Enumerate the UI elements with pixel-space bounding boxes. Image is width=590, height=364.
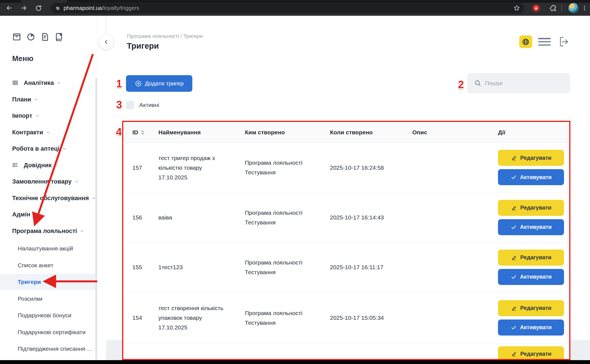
book-icon[interactable] — [54, 32, 64, 41]
back-button[interactable] — [4, 3, 14, 13]
reference-list-icon — [12, 162, 18, 168]
table-row-155: 1551тест123Програма лояльності Тестуванн… — [123, 242, 569, 292]
sidebar-subitem-6[interactable]: Підтвердження списання бону… — [0, 341, 97, 357]
sidebar-collapse-button[interactable] — [99, 35, 113, 49]
annotation-number-2: 2 — [458, 79, 464, 91]
sidebar: Меню АналітикаПланиІмпортКонтрактиРобота… — [0, 16, 97, 364]
edit-button-label: Редагувати — [520, 351, 551, 357]
edit-pencil-icon — [511, 205, 517, 211]
sidebar-subitem-5[interactable]: Подарункові сертифікати — [0, 324, 97, 340]
globe-icon — [522, 38, 530, 46]
sidebar-subitem-1[interactable]: Список анкет — [0, 257, 97, 273]
sidebar-item-8[interactable]: Адмін — [0, 206, 97, 222]
cell-created-at — [330, 344, 410, 360]
sidebar-item-3[interactable]: Контракти — [0, 124, 97, 140]
browser-active-tab[interactable] — [21, 0, 68, 3]
sort-icon[interactable] — [141, 130, 144, 135]
activate-button[interactable]: Активувати — [498, 219, 564, 235]
bookmark-button[interactable] — [512, 3, 522, 13]
page-title: Тригери — [127, 41, 159, 51]
sidebar-item-6[interactable]: Замовлення товару — [0, 174, 97, 190]
archive-box-icon[interactable] — [12, 32, 21, 41]
forward-button[interactable] — [19, 3, 29, 13]
url-host: pharmapoint.ua — [64, 5, 102, 11]
sidebar-item-5[interactable]: Довідник — [0, 157, 97, 173]
column-header-0[interactable]: ID — [132, 122, 144, 143]
bookmark-star-icon — [513, 4, 520, 12]
check-icon — [510, 274, 517, 280]
url-path: /loyalty/triggers — [102, 5, 139, 11]
document-icon[interactable] — [40, 32, 49, 41]
extensions-button[interactable] — [548, 3, 558, 13]
annotation-number-1: 1 — [116, 78, 122, 90]
activate-button-label: Активувати — [520, 274, 552, 280]
sidebar-subitem-0[interactable]: Налаштування акцій — [0, 240, 97, 256]
column-header-4: Опис — [412, 122, 427, 143]
logout-button[interactable] — [557, 35, 570, 49]
language-globe-button[interactable] — [519, 35, 532, 48]
plus-circle-icon — [135, 80, 142, 87]
sidebar-subitem-3[interactable]: Розсилки — [0, 291, 97, 307]
profile-avatar[interactable] — [568, 3, 578, 13]
sidebar-subitem-4[interactable]: Подарункові бонуси — [0, 307, 97, 323]
adblock-extension-button[interactable] — [531, 3, 541, 13]
browser-menu-button[interactable] — [579, 3, 590, 13]
sidebar-scrollbar[interactable] — [95, 78, 97, 360]
chevron-left-icon — [103, 38, 110, 46]
column-header-2: Ким створено — [245, 122, 285, 143]
cell-name — [158, 344, 226, 360]
cell-id — [132, 344, 152, 360]
search-input[interactable] — [485, 80, 562, 87]
edit-pencil-icon — [511, 154, 517, 161]
forward-arrow-icon — [20, 4, 27, 12]
cell-created-at: 2025-10-17 15:05:34 — [330, 292, 410, 344]
edit-button-label: Редагувати — [520, 254, 551, 261]
sidebar-item-0[interactable]: Аналітика — [0, 75, 97, 91]
edit-button[interactable]: Редагувати — [498, 250, 564, 266]
edit-button[interactable]: Редагувати — [498, 150, 564, 166]
activate-button-label: Активувати — [520, 174, 552, 180]
pie-chart-icon[interactable] — [26, 32, 35, 41]
column-header-1: Найменування — [158, 122, 201, 143]
sidebar-item-1[interactable]: Плани — [0, 91, 97, 108]
edit-button[interactable]: Редагувати — [498, 300, 564, 316]
activate-button[interactable]: Активувати — [498, 269, 564, 285]
edit-button[interactable]: Редагувати — [498, 200, 564, 216]
annotation-rectangle-table: IDНайменуванняКим створеноКоли створеноО… — [122, 121, 570, 360]
cell-description — [412, 344, 490, 360]
cell-actions: РедагуватиАктивувати — [498, 292, 564, 344]
check-icon — [510, 224, 517, 231]
table-row-157: 157тест тригер продаж з кількістю товару… — [123, 143, 569, 192]
chevron-down-icon — [54, 163, 59, 167]
activate-button[interactable]: Активувати — [498, 169, 564, 185]
site-settings-icon[interactable] — [55, 5, 61, 11]
browser-toolbar: pharmapoint.ua/loyalty/triggers — [0, 0, 590, 16]
reload-button[interactable] — [33, 3, 43, 13]
sidebar-subitem-2-active[interactable]: Тригери — [0, 274, 97, 290]
edit-button-label: Редагувати — [520, 155, 551, 161]
cell-created-at: 2025-10-17 16:24:58 — [330, 143, 410, 192]
sidebar-item-2[interactable]: Імпорт — [0, 108, 97, 124]
active-checkbox[interactable] — [126, 101, 134, 109]
menu-lines-button[interactable] — [538, 38, 551, 46]
sidebar-item-4[interactable]: Робота в аптеці — [0, 141, 97, 157]
add-trigger-button[interactable]: Додати тригер — [126, 75, 192, 92]
sidebar-divider — [106, 16, 106, 35]
edit-button[interactable]: Редагувати — [498, 346, 564, 360]
breadcrumb[interactable]: Програма лояльності / Тригери — [127, 33, 203, 39]
cell-name: ваіва — [158, 192, 226, 242]
chevron-down-icon — [62, 146, 67, 151]
table-row-partial: РедагуватиАктивувати — [123, 344, 569, 360]
sidebar-subitem-label: Тригери — [18, 279, 41, 285]
cell-description — [412, 143, 490, 192]
sidebar-item-7[interactable]: Технічне обслуговування — [0, 190, 97, 206]
cell-actions: РедагуватиАктивувати — [498, 143, 564, 192]
annotation-number-4: 4 — [116, 126, 122, 138]
cell-id: 156 — [132, 192, 152, 242]
sidebar-item-9[interactable]: Програма лояльності — [0, 223, 97, 239]
cell-name: тест створення кількість упаковок товару… — [158, 292, 226, 344]
activate-button[interactable]: Активувати — [498, 320, 564, 336]
cell-created-by — [245, 344, 310, 360]
cell-description — [412, 243, 490, 292]
url-bar[interactable]: pharmapoint.ua/loyalty/triggers — [51, 3, 524, 13]
